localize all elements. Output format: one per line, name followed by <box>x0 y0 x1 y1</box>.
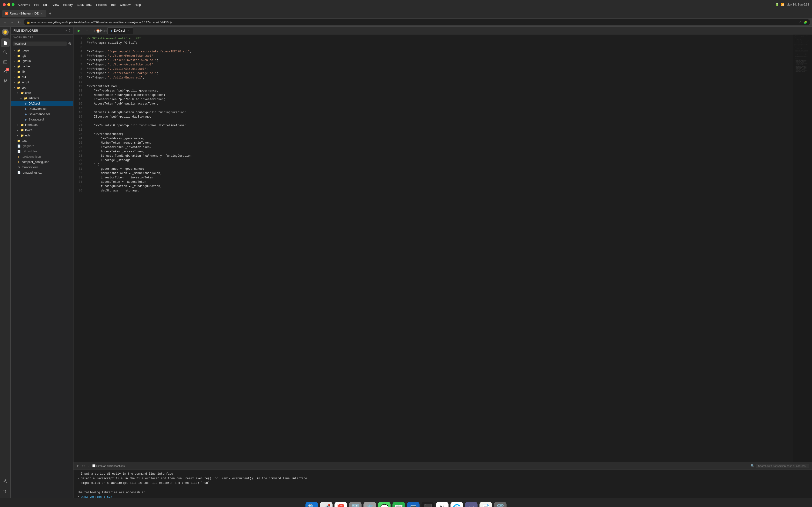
tree-expand-arrow[interactable]: ▸ <box>12 65 16 68</box>
tree-item-artifacts[interactable]: ▸📁artifacts <box>11 96 73 101</box>
terminal-search[interactable]: 🔍 <box>751 464 809 468</box>
tree-expand-arrow[interactable]: ▸ <box>12 54 16 57</box>
tree-expand-arrow[interactable]: ▸ <box>16 128 19 132</box>
sidebar-item-files[interactable] <box>1 38 10 47</box>
dock-item-system-preferences[interactable]: ⚙️ <box>363 502 376 507</box>
dock-item-messages[interactable]: 💬 <box>378 502 391 507</box>
menu-item-chrome[interactable]: Chrome <box>18 3 30 6</box>
traffic-lights[interactable] <box>3 3 14 6</box>
dock-item-textedit[interactable]: 📄 <box>479 502 492 507</box>
tree-item--gitmodules[interactable]: 📄.gitmodules <box>11 149 73 154</box>
dock-item-chrome[interactable]: 🌐 <box>451 502 463 507</box>
active-tab[interactable]: R Remix - Ethereum IDE ✕ <box>2 10 46 17</box>
code-content[interactable]: // SPDX-License-Identifier: MIT"kw">prag… <box>84 35 793 462</box>
dock-item-finder[interactable]: 🔍 <box>305 502 318 507</box>
tree-expand-arrow[interactable]: ▸ <box>16 123 19 126</box>
tree-item--github[interactable]: ▸📁.github <box>11 58 73 64</box>
dock-item-notion[interactable]: N <box>436 502 449 507</box>
tree-item-DealClient-sol[interactable]: ◆DealClient.sol <box>11 106 73 112</box>
close-button[interactable] <box>3 3 6 6</box>
sidebar-item-git[interactable] <box>1 77 10 86</box>
menu-item-history[interactable]: History <box>63 3 72 6</box>
sidebar-item-settings[interactable] <box>1 487 10 495</box>
tree-item-lib[interactable]: ▸📁lib <box>11 69 73 74</box>
maximize-button[interactable] <box>12 3 14 6</box>
menu-item-profiles[interactable]: Profiles <box>96 3 107 6</box>
menu-item-edit[interactable]: Edit <box>43 3 48 6</box>
dao-sol-tab[interactable]: ◆ DAO.sol ✕ <box>107 27 133 34</box>
tree-item-test[interactable]: ▸📁test <box>11 138 73 144</box>
tree-item-core[interactable]: ▾📂core <box>11 90 73 96</box>
new-tab-button[interactable]: + <box>47 11 53 16</box>
tree-item-compiler_config-json[interactable]: {}compiler_config.json <box>11 159 73 165</box>
tree-item-DAO-sol[interactable]: ◆DAO.sol <box>11 101 73 106</box>
dock-item-trash[interactable]: 🗑️ <box>494 502 507 507</box>
tree-expand-arrow[interactable] <box>12 145 16 148</box>
dock-item-terminal[interactable]: ⬛ <box>421 502 434 507</box>
tree-expand-arrow[interactable] <box>12 171 16 174</box>
menu-item-help[interactable]: Help <box>135 3 141 6</box>
address-bar[interactable]: 🔒 remix.ethereum.org/#lang=en&optimize=f… <box>24 19 810 25</box>
dock-item-calculator[interactable]: 🔢 <box>349 502 361 507</box>
tree-item-script[interactable]: ▸📁script <box>11 80 73 85</box>
tree-expand-arrow[interactable] <box>12 160 16 164</box>
tree-item--deps[interactable]: ▸📁.deps <box>11 48 73 53</box>
workspace-add-button[interactable]: ⊕ <box>68 41 71 46</box>
transaction-search-input[interactable] <box>756 464 809 468</box>
workspace-name[interactable]: localhost <box>12 42 67 46</box>
extensions-icon[interactable]: 🧩 <box>803 20 807 24</box>
tree-item-foundry-toml[interactable]: ⚙foundry.toml <box>11 165 73 170</box>
menu-item-window[interactable]: Window <box>119 3 131 6</box>
tree-expand-arrow[interactable] <box>19 107 23 111</box>
tree-item-interfaces[interactable]: ▸📁interfaces <box>11 122 73 127</box>
reload-button[interactable]: ↻ <box>16 19 22 25</box>
file-explorer-header-icons[interactable]: ✓ ⟩ <box>65 29 70 32</box>
home-tab-btn[interactable]: 🏠 Home <box>100 28 105 34</box>
sidebar-item-plugins[interactable] <box>1 477 10 486</box>
tree-item-src[interactable]: ▾📂src <box>11 85 73 90</box>
tree-expand-arrow[interactable]: ▾ <box>16 91 19 95</box>
tree-item-Storage-sol[interactable]: ◆Storage.sol <box>11 117 73 122</box>
expand-terminal-icon[interactable]: ⬆ <box>77 464 79 468</box>
tab-close-button[interactable]: ✕ <box>40 12 44 15</box>
tree-item-out[interactable]: ▸📁out <box>11 74 73 80</box>
tree-item-token[interactable]: ▸📁token <box>11 127 73 133</box>
minimize-button[interactable] <box>7 3 10 6</box>
tree-item--prettierrc-json[interactable]: {}.prettierrc.json <box>11 154 73 159</box>
sidebar-item-search[interactable] <box>1 48 10 57</box>
terminal-link[interactable]: web3 version 1.5.2 <box>81 495 112 498</box>
tree-item-remappings-txt[interactable]: 📄remappings.txt <box>11 170 73 175</box>
listen-checkbox[interactable] <box>92 464 95 467</box>
tree-expand-arrow[interactable] <box>19 118 23 121</box>
dock-item-calendar[interactable]: 📅 <box>335 502 347 507</box>
back-button[interactable]: ← <box>2 19 8 25</box>
run-button[interactable]: ▶ <box>76 27 82 34</box>
tree-expand-arrow[interactable] <box>19 102 23 105</box>
dock-item-launchpad[interactable]: 🚀 <box>320 502 333 507</box>
tree-item-Governance-sol[interactable]: ◆Governance.sol <box>11 112 73 117</box>
sidebar-item-deploy[interactable]: 30 <box>1 67 10 76</box>
dock-item-gradient[interactable]: ▽ <box>465 502 477 507</box>
tree-item-cache[interactable]: ▸📁cache <box>11 64 73 69</box>
tree-expand-arrow[interactable]: ▸ <box>19 97 23 100</box>
zoom-out-button[interactable]: − <box>84 28 90 34</box>
tree-expand-arrow[interactable]: ▸ <box>12 49 16 52</box>
menu-item-tab[interactable]: Tab <box>110 3 115 6</box>
tree-expand-arrow[interactable]: ▸ <box>12 139 16 143</box>
tree-expand-arrow[interactable] <box>12 150 16 153</box>
bookmark-icon[interactable]: ☆ <box>799 20 802 24</box>
tree-expand-arrow[interactable]: ▸ <box>12 80 16 84</box>
tree-expand-arrow[interactable] <box>12 166 16 169</box>
tree-item-utils[interactable]: ▸📁utils <box>11 133 73 138</box>
tree-expand-arrow[interactable]: ▾ <box>12 86 16 89</box>
menu-item-bookmarks[interactable]: Bookmarks <box>77 3 92 6</box>
tree-item--git[interactable]: ▸📁.git <box>11 53 73 58</box>
listen-label[interactable]: listen on all transactions <box>92 464 125 467</box>
tree-expand-arrow[interactable]: ▸ <box>12 70 16 73</box>
menu-bar[interactable]: ChromeFileEditViewHistoryBookmarksProfil… <box>18 3 141 6</box>
clear-icon[interactable]: ⊘ <box>82 464 85 468</box>
check-icon[interactable]: ✓ <box>65 29 68 32</box>
tree-expand-arrow[interactable]: ▸ <box>12 75 16 79</box>
dock-item-feedly[interactable]: 📰 <box>393 502 405 507</box>
tree-expand-arrow[interactable]: ▸ <box>12 59 16 63</box>
